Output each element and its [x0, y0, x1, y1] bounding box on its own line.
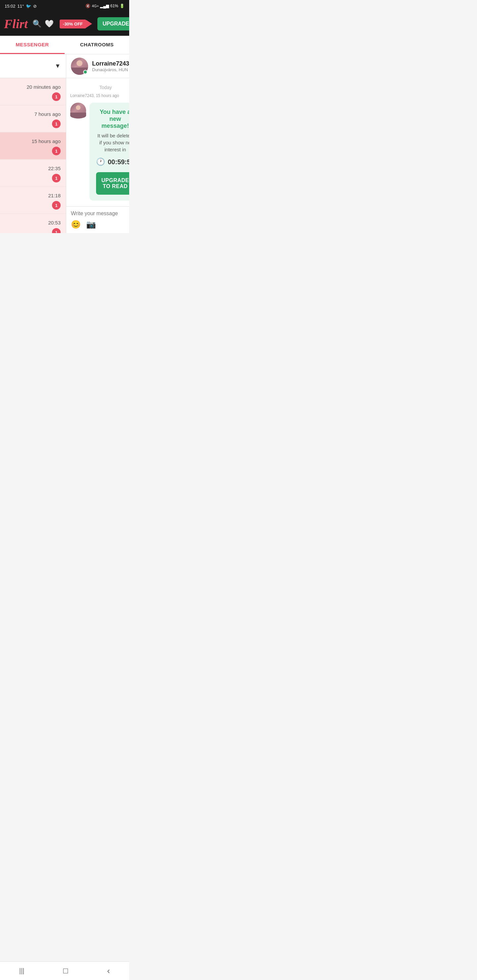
chat-location: Dunaújváros, HUN — [92, 67, 129, 72]
camera-icon[interactable]: 📷 — [86, 220, 96, 229]
tabs-bar: MESSENGER CHATROOMS — [0, 36, 129, 54]
message-bubble: You have a new message! It will be delet… — [89, 103, 129, 200]
search-icon[interactable]: 🔍 — [32, 19, 41, 28]
unread-badge-3: 1 — [52, 147, 61, 155]
sidebar-header: ▼ — [0, 54, 66, 78]
chat-area: Lorraine7243 Dunaújváros, HUN Today Lorr… — [66, 54, 129, 233]
chat-user-info: Lorraine7243 Dunaújváros, HUN — [92, 60, 129, 72]
chat-messages: Today Lorraine7243, 15 hours ago You hav… — [66, 78, 129, 206]
date-divider: Today — [66, 85, 129, 90]
message-input[interactable] — [71, 210, 129, 216]
online-status-indicator — [83, 70, 88, 74]
app-header: Flirt 🔍 🤍 -30% OFF UPGRADE NOW 💬 16 — [0, 12, 129, 36]
delete-warning-text: It will be deleted if you show no intere… — [96, 132, 129, 153]
signal-degrees: 11° — [18, 4, 24, 9]
upgrade-now-button[interactable]: UPGRADE NOW — [97, 17, 129, 30]
promo-badge: -30% OFF — [60, 19, 86, 29]
timer-row: 🕐 00:59:51 — [96, 158, 129, 166]
heart-icon[interactable]: 🤍 — [45, 19, 54, 28]
conversation-item-1[interactable]: 20 minutes ago 1 — [0, 78, 66, 105]
tab-chatrooms[interactable]: CHATROOMS — [65, 36, 129, 54]
user-avatar-container — [71, 57, 88, 75]
tab-messenger[interactable]: MESSENGER — [0, 36, 65, 54]
logo-text: Flirt — [4, 17, 28, 31]
unread-badge-5: 1 — [52, 201, 61, 210]
battery-icon: 🔋 — [120, 4, 124, 8]
unread-badge-6: 1 — [52, 228, 61, 233]
clock-icon: 🕐 — [96, 158, 105, 166]
conversation-item-5[interactable]: 21:18 1 — [0, 187, 66, 214]
signal-bars: ▂▄▆ — [100, 4, 109, 8]
dropdown-arrow-icon[interactable]: ▼ — [55, 62, 61, 70]
twitter-icon: 🐦 — [26, 4, 31, 9]
input-actions: 😊 📷 — [71, 220, 129, 229]
message-row: You have a new message! It will be delet… — [66, 100, 129, 203]
conversation-item-2[interactable]: 7 hours ago 1 — [0, 105, 66, 132]
mute-icon: 🔇 — [85, 4, 91, 8]
conversation-list: ▼ 20 minutes ago 1 7 hours ago 1 15 hour… — [0, 54, 66, 233]
message-sender-info: Lorraine7243, 15 hours ago — [66, 93, 129, 98]
message-input-area: 😊 📷 — [66, 206, 129, 233]
new-message-heading: You have a new message! — [96, 108, 129, 129]
unread-badge-1: 1 — [52, 92, 61, 101]
time: 15:02 — [5, 4, 16, 9]
dnd-icon: ⊘ — [33, 4, 37, 9]
network-type: 4G+ — [92, 4, 99, 8]
emoji-icon[interactable]: 😊 — [71, 220, 81, 229]
status-bar: 15:02 11° 🐦 ⊘ 🔇 4G+ ▂▄▆ 61% 🔋 — [0, 0, 129, 12]
unread-badge-4: 1 — [52, 174, 61, 183]
chat-username: Lorraine7243 — [92, 60, 129, 67]
chat-header: Lorraine7243 Dunaújváros, HUN — [66, 54, 129, 78]
conversation-item-4[interactable]: 22:35 1 — [0, 159, 66, 187]
conversation-item-6[interactable]: 20:53 1 — [0, 214, 66, 233]
main-content: ▼ 20 minutes ago 1 7 hours ago 1 15 hour… — [0, 54, 129, 233]
app-logo: Flirt — [4, 18, 28, 30]
conversation-item-3[interactable]: 15 hours ago 1 — [0, 132, 66, 159]
unread-badge-2: 1 — [52, 119, 61, 128]
countdown-timer: 00:59:51 — [108, 158, 129, 166]
message-avatar — [70, 103, 86, 119]
battery-percent: 61% — [110, 4, 118, 8]
upgrade-to-read-button[interactable]: UPGRADE TO READ — [96, 172, 129, 195]
